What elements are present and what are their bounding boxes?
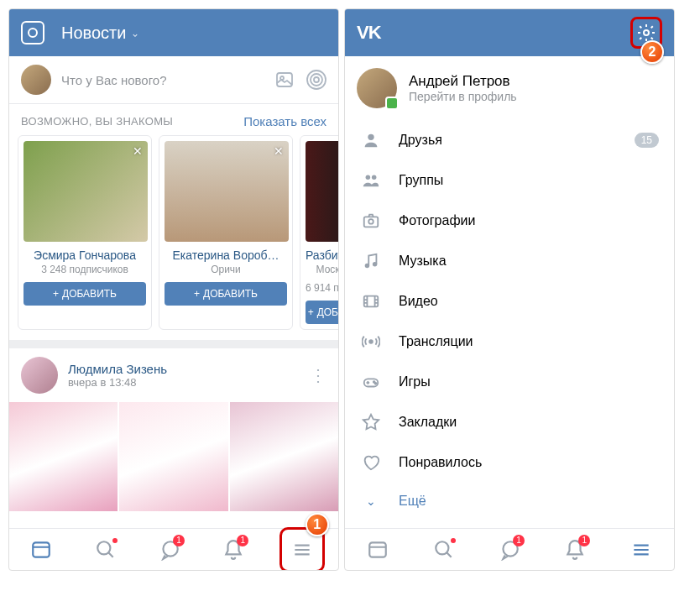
menu-bookmarks[interactable]: Закладки bbox=[345, 402, 674, 442]
badge: 1 bbox=[578, 535, 590, 546]
suggestion-card[interactable]: ✕ Екатерина Вороб… Оричи +ДОБАВИТЬ bbox=[159, 135, 293, 330]
add-button[interactable]: +ДОБАВИ bbox=[306, 301, 338, 324]
vk-logo: VK bbox=[357, 22, 381, 44]
nav-menu[interactable] bbox=[284, 531, 321, 568]
callout-2: 2 bbox=[640, 40, 664, 64]
nav-search[interactable] bbox=[426, 531, 462, 568]
suggestion-card[interactable]: ✕ Эсмира Гончарова 3 248 подписчиков +ДО… bbox=[18, 135, 152, 330]
camera-icon[interactable] bbox=[21, 21, 44, 44]
post-time: вчера в 13:48 bbox=[68, 376, 167, 389]
suggestion-cards[interactable]: ✕ Эсмира Гончарова 3 248 подписчиков +ДО… bbox=[9, 135, 338, 340]
svg-point-9 bbox=[366, 175, 371, 180]
more-icon[interactable]: ⋮ bbox=[310, 365, 326, 385]
nav-menu[interactable] bbox=[623, 531, 660, 568]
avatar bbox=[21, 65, 51, 95]
svg-point-7 bbox=[644, 30, 649, 35]
online-badge bbox=[385, 97, 399, 110]
user-icon bbox=[360, 131, 382, 149]
svg-rect-0 bbox=[277, 73, 292, 86]
menu-friends[interactable]: Друзья 15 bbox=[345, 120, 674, 160]
show-all-link[interactable]: Показать всех bbox=[243, 114, 326, 128]
live-icon[interactable] bbox=[306, 70, 326, 90]
svg-rect-20 bbox=[369, 542, 386, 557]
divider bbox=[9, 340, 338, 348]
svg-point-14 bbox=[374, 263, 377, 266]
profile-block[interactable]: Андрей Петров Перейти в профиль bbox=[345, 56, 674, 120]
chevron-down-icon: ⌄ bbox=[360, 494, 382, 508]
composer-input[interactable]: Что у Вас нового? bbox=[61, 73, 264, 87]
menu-games[interactable]: Игры bbox=[345, 362, 674, 402]
header-title[interactable]: Новости ⌃ bbox=[61, 24, 139, 43]
music-icon bbox=[360, 252, 382, 270]
nav-messages[interactable]: 1 bbox=[151, 531, 188, 568]
menu-more[interactable]: ⌄ Ещё bbox=[345, 483, 674, 520]
bottom-nav: 1 1 bbox=[345, 528, 674, 570]
svg-point-19 bbox=[375, 383, 377, 384]
notification-dot bbox=[112, 538, 118, 543]
add-button[interactable]: +ДОБАВИТЬ bbox=[165, 282, 287, 306]
profile-name: Андрей Петров bbox=[409, 73, 517, 90]
suggestion-card[interactable]: Разбитое Се Москва 6 914 подписч +ДОБАВИ bbox=[300, 135, 338, 330]
post-image[interactable] bbox=[9, 402, 118, 511]
composer[interactable]: Что у Вас нового? bbox=[9, 56, 338, 104]
card-image bbox=[306, 141, 338, 242]
menu-label: Игры bbox=[399, 374, 659, 389]
suggestions-header: ВОЗМОЖНО, ВЫ ЗНАКОМЫ Показать всех bbox=[9, 104, 338, 135]
title-text: Новости bbox=[61, 24, 126, 43]
card-sub: Оричи bbox=[165, 264, 287, 275]
camera-icon bbox=[360, 212, 382, 230]
post-image[interactable] bbox=[119, 402, 227, 511]
close-icon[interactable]: ✕ bbox=[133, 144, 143, 158]
post-image[interactable] bbox=[230, 402, 338, 511]
card-image bbox=[24, 141, 148, 242]
post-images[interactable] bbox=[9, 402, 338, 511]
svg-point-2 bbox=[314, 77, 319, 82]
card-name: Разбитое Се bbox=[306, 248, 338, 262]
menu-label: Фотографии bbox=[399, 213, 659, 228]
nav-news[interactable] bbox=[23, 531, 60, 568]
nav-search[interactable] bbox=[87, 531, 124, 568]
svg-rect-11 bbox=[364, 217, 379, 227]
broadcast-icon bbox=[360, 332, 382, 351]
svg-point-12 bbox=[368, 219, 374, 224]
avatar[interactable] bbox=[21, 357, 58, 394]
friends-badge: 15 bbox=[635, 133, 659, 148]
menu-label: Друзья bbox=[399, 133, 618, 148]
menu-music[interactable]: Музыка bbox=[345, 241, 674, 281]
suggest-label: ВОЗМОЖНО, ВЫ ЗНАКОМЫ bbox=[21, 115, 173, 128]
photo-icon[interactable] bbox=[274, 70, 295, 90]
nav-news[interactable] bbox=[359, 531, 396, 568]
menu-label: Видео bbox=[399, 294, 659, 309]
menu-liked[interactable]: Понравилось bbox=[345, 442, 674, 483]
menu-broadcast[interactable]: Трансляции bbox=[345, 322, 674, 362]
profile-sub: Перейти в профиль bbox=[409, 90, 517, 103]
callout-1: 1 bbox=[306, 513, 329, 536]
video-icon bbox=[360, 292, 382, 311]
svg-point-3 bbox=[311, 74, 322, 86]
card-sub: 3 248 подписчиков bbox=[24, 264, 146, 275]
card-image bbox=[165, 141, 289, 242]
nav-notifications[interactable]: 1 bbox=[215, 531, 252, 568]
menu-label: Закладки bbox=[399, 415, 659, 430]
header: VK 2 bbox=[345, 9, 674, 56]
nav-messages[interactable]: 1 bbox=[491, 531, 528, 568]
svg-rect-5 bbox=[33, 542, 50, 557]
menu-groups[interactable]: Группы bbox=[345, 160, 674, 201]
chevron-down-icon: ⌃ bbox=[131, 27, 139, 39]
gear-highlight: 2 bbox=[630, 17, 662, 49]
card-sub2: 6 914 подписч bbox=[306, 282, 338, 294]
post-author[interactable]: Людмила Зизень bbox=[68, 362, 167, 376]
menu-label: Понравилось bbox=[399, 455, 659, 470]
nav-notifications[interactable]: 1 bbox=[556, 531, 593, 568]
notification-dot bbox=[451, 538, 456, 543]
close-icon[interactable]: ✕ bbox=[274, 144, 284, 158]
menu-highlight: 1 bbox=[279, 527, 325, 572]
badge: 1 bbox=[173, 535, 185, 546]
add-button[interactable]: +ДОБАВИТЬ bbox=[24, 282, 146, 306]
menu-photos[interactable]: Фотографии bbox=[345, 201, 674, 241]
more-label: Ещё bbox=[399, 494, 426, 509]
post-header[interactable]: Людмила Зизень вчера в 13:48 ⋮ bbox=[9, 348, 338, 402]
menu-video[interactable]: Видео bbox=[345, 281, 674, 322]
svg-point-8 bbox=[368, 134, 374, 140]
card-name: Екатерина Вороб… bbox=[165, 248, 287, 262]
